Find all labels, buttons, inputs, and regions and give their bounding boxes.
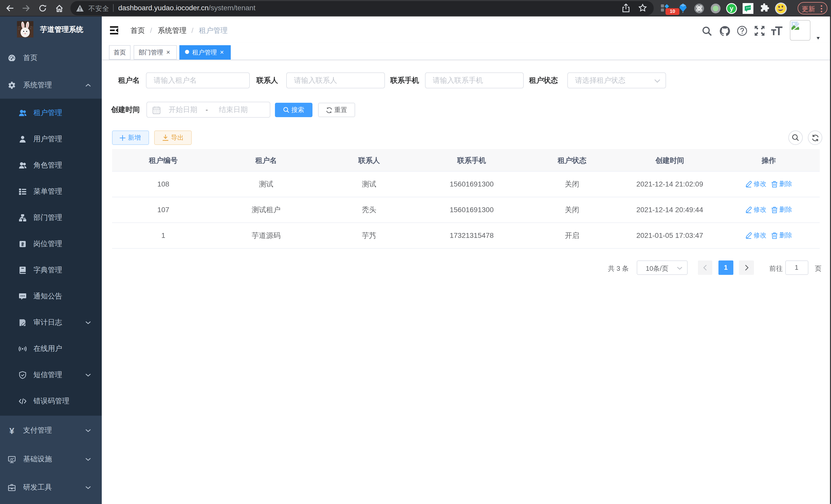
svg-text:y: y [730, 5, 733, 12]
svg-text:¥: ¥ [9, 426, 15, 435]
